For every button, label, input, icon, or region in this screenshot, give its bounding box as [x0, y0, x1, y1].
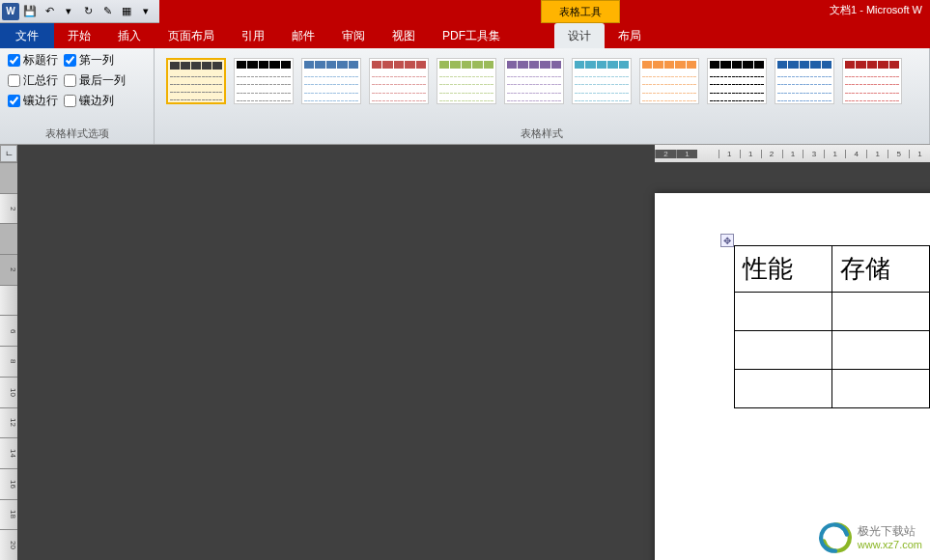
ruler-tick: 1 — [676, 150, 697, 158]
table-style-options-group: 标题行 第一列 汇总行 最后一列 镶边行 镶边列 表格样式选项 — [0, 48, 155, 144]
ruler-tick: 1 — [909, 150, 930, 158]
ruler-tick: 1 — [719, 150, 740, 158]
ruler-tick: 3 — [803, 150, 824, 158]
ruler-tick: 2 — [0, 254, 17, 285]
watermark-url: www.xz7.com — [858, 539, 922, 551]
table-move-handle[interactable]: ✥ — [720, 234, 734, 247]
ruler-tick — [0, 223, 17, 254]
contextual-tab-label: 表格工具 — [541, 0, 620, 23]
table-cell[interactable] — [735, 370, 832, 408]
document-title: 文档1 - Microsoft W — [830, 3, 922, 17]
document-area: 2268101214161820 ✥ 性能 存储 — [0, 162, 930, 560]
tab-pagelayout[interactable]: 页面布局 — [155, 23, 228, 48]
tab-design[interactable]: 设计 — [554, 23, 605, 48]
watermark-logo-icon — [819, 521, 852, 554]
tab-home[interactable]: 开始 — [54, 23, 104, 48]
ruler-tick — [0, 285, 17, 316]
tab-insert[interactable]: 插入 — [104, 23, 155, 48]
table-icon[interactable]: ▦ — [118, 3, 135, 20]
file-tab[interactable]: 文件 — [0, 23, 54, 48]
table-cell[interactable] — [832, 370, 930, 408]
title-bar: 表格工具 文档1 - Microsoft W — [159, 0, 930, 23]
table-style-option[interactable] — [572, 58, 632, 104]
tab-review[interactable]: 审阅 — [328, 23, 379, 48]
document-scroll-area[interactable]: ✥ 性能 存储 — [17, 162, 930, 560]
table-cell[interactable]: 性能 — [735, 246, 832, 293]
ruler-tick: 18 — [0, 499, 17, 530]
ruler-corner[interactable]: ㄴ — [0, 145, 17, 162]
table-style-option[interactable] — [842, 58, 902, 104]
table-style-option[interactable] — [707, 58, 767, 104]
ruler-tick: 10 — [0, 377, 17, 407]
checkbox-banded-columns[interactable]: 镶边列 — [64, 93, 114, 109]
ruler-tick: 2 — [655, 150, 676, 158]
tab-view[interactable]: 视图 — [379, 23, 429, 48]
ribbon-tabs: 文件 开始 插入 页面布局 引用 邮件 审阅 视图 PDF工具集 设计 布局 — [0, 23, 930, 48]
ruler-tick: 5 — [888, 150, 909, 158]
watermark-name: 极光下载站 — [858, 524, 922, 538]
edit-icon[interactable]: ✎ — [99, 3, 116, 20]
table-style-option[interactable] — [437, 58, 496, 104]
table-cell[interactable] — [735, 293, 832, 331]
ruler-tick: 4 — [845, 150, 866, 158]
group-label-options: 表格样式选项 — [0, 125, 154, 144]
tab-mailings[interactable]: 邮件 — [278, 23, 328, 48]
table-styles-group: 表格样式 — [155, 48, 930, 144]
ruler-tick: 1 — [824, 150, 845, 158]
table-style-option[interactable] — [369, 58, 429, 104]
checkbox-last-column[interactable]: 最后一列 — [64, 72, 126, 89]
group-label-styles: 表格样式 — [155, 125, 929, 144]
table-cell[interactable] — [735, 331, 832, 370]
table-style-option[interactable] — [504, 58, 564, 104]
checkbox-banded-rows[interactable]: 镶边行 — [8, 93, 58, 109]
ruler-tick: 16 — [0, 468, 17, 499]
ruler-tick: 1 — [782, 150, 803, 158]
ruler-tick — [0, 162, 17, 193]
tab-pdf[interactable]: PDF工具集 — [429, 23, 514, 48]
redo-icon[interactable]: ↻ — [79, 3, 97, 20]
table-cell[interactable] — [832, 293, 930, 331]
checkbox-first-column[interactable]: 第一列 — [64, 52, 114, 69]
qat-more-icon[interactable]: ▾ — [137, 3, 155, 20]
ruler-tick: 12 — [0, 407, 17, 438]
ruler-tick: 20 — [0, 529, 17, 560]
table-style-option[interactable] — [639, 58, 699, 104]
table-style-option[interactable] — [234, 58, 294, 104]
word-icon[interactable]: W — [2, 3, 19, 20]
table-cell[interactable] — [832, 331, 930, 370]
checkbox-total-row[interactable]: 汇总行 — [8, 72, 58, 89]
tab-references[interactable]: 引用 — [228, 23, 278, 48]
undo-icon[interactable]: ↶ — [41, 3, 58, 20]
vertical-ruler[interactable]: 2268101214161820 — [0, 162, 17, 560]
table-style-option[interactable] — [775, 58, 834, 104]
horizontal-ruler[interactable]: 211121314151 — [17, 145, 930, 162]
ribbon-content: 标题行 第一列 汇总行 最后一列 镶边行 镶边列 表格样式选项 表格样式 — [0, 48, 930, 145]
table-style-option[interactable] — [301, 58, 361, 104]
ruler-tick: 2 — [0, 193, 17, 224]
ruler-tick: 6 — [0, 315, 17, 346]
save-icon[interactable]: 💾 — [21, 3, 39, 20]
ruler-tick: 14 — [0, 437, 17, 468]
ruler-tick: 8 — [0, 346, 17, 377]
table-cell[interactable]: 存储 — [832, 246, 930, 293]
dropdown-icon[interactable]: ▾ — [60, 3, 77, 20]
watermark: 极光下载站 www.xz7.com — [819, 521, 922, 554]
table-styles-gallery — [162, 52, 921, 110]
ruler-tick: 1 — [866, 150, 888, 158]
tab-layout[interactable]: 布局 — [605, 23, 655, 48]
checkbox-header-row[interactable]: 标题行 — [8, 52, 58, 69]
ruler-tick: 2 — [761, 150, 782, 158]
document-table[interactable]: 性能 存储 — [734, 245, 930, 408]
ruler-tick: 1 — [740, 150, 761, 158]
table-style-option[interactable] — [166, 58, 226, 104]
